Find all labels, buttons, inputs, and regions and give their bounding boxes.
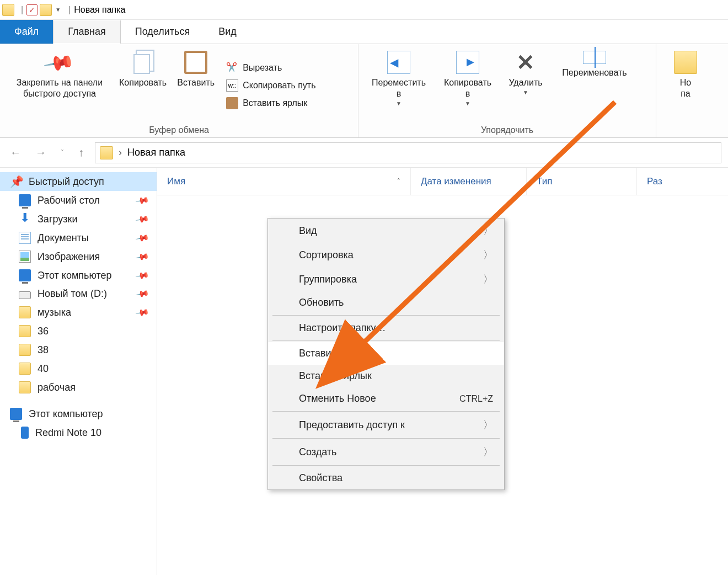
docs-icon	[19, 232, 31, 244]
recent-chevron-icon[interactable]: ˅	[57, 147, 67, 159]
separator: |	[68, 5, 71, 15]
window-title: Новая папка	[74, 5, 125, 15]
ctx-group[interactable]: Группировка〉	[268, 267, 504, 291]
sidebar-item[interactable]: Новый том (D:)📌	[0, 285, 157, 303]
folder-icon	[19, 344, 31, 356]
tab-view[interactable]: Вид	[204, 20, 251, 44]
folder-icon	[19, 325, 31, 337]
ctx-create[interactable]: Создать〉	[268, 440, 504, 464]
paste-icon	[184, 51, 207, 74]
breadcrumb[interactable]: Новая папка	[127, 147, 185, 158]
sidebar-item[interactable]: Изображения📌	[0, 247, 157, 266]
move-to-button[interactable]: Переместить в ▼	[363, 47, 435, 123]
qat-chevron-icon[interactable]: ▼	[55, 7, 61, 13]
copy-icon	[131, 51, 154, 74]
ctx-undo[interactable]: Отменить НовоеCTRL+Z	[268, 387, 504, 410]
pin-icon: 📌	[135, 193, 149, 207]
pin-icon: 📌	[135, 268, 149, 283]
up-button[interactable]: ↑	[75, 144, 87, 161]
copy-to-label: Копировать в	[444, 77, 491, 99]
ribbon-group-new: Но па	[656, 44, 728, 137]
pin-icon: 📌	[135, 211, 149, 226]
clipboard-extras: ✂️ Вырезать w:: Скопировать путь Вставит…	[221, 47, 321, 123]
monitor-icon	[19, 269, 31, 281]
folder-icon	[19, 363, 31, 375]
column-name[interactable]: Имя ˄	[157, 168, 411, 195]
column-size[interactable]: Раз	[637, 168, 728, 195]
delete-button[interactable]: ✕ Удалить ▼	[501, 47, 550, 123]
back-button[interactable]: ←	[7, 144, 24, 161]
chevron-right-icon: 〉	[483, 224, 493, 237]
folder-icon	[674, 51, 697, 74]
sidebar-item[interactable]: рабочая	[0, 378, 157, 397]
sidebar-item-label: Загрузки	[38, 214, 77, 225]
pin-icon: 📌	[44, 46, 76, 78]
sidebar-item-phone[interactable]: Redmi Note 10	[0, 423, 157, 442]
ctx-customize[interactable]: Настроить папку…	[268, 317, 504, 339]
cut-button[interactable]: ✂️ Вырезать	[224, 61, 318, 75]
copy-to-button[interactable]: Копировать в ▼	[435, 47, 501, 123]
sidebar-item-label: 36	[38, 326, 49, 337]
qat-properties-icon[interactable]: ✓	[26, 4, 38, 15]
sidebar-item-label: Рабочий стол	[38, 195, 100, 206]
folder-icon	[2, 4, 14, 16]
new-folder-button[interactable]: Но па	[661, 47, 710, 136]
sidebar: 📌 Быстрый доступ Рабочий стол📌⬇Загрузки📌…	[0, 168, 157, 575]
ctx-share[interactable]: Предоставить доступ к〉	[268, 413, 504, 437]
tab-share[interactable]: Поделиться	[121, 20, 204, 44]
ctx-view[interactable]: Вид〉	[268, 219, 504, 243]
tab-file[interactable]: Файл	[0, 20, 53, 44]
column-headers: Имя ˄ Дата изменения Тип Раз	[157, 168, 728, 195]
context-menu: Вид〉 Сортировка〉 Группировка〉 Обновить Н…	[267, 218, 505, 490]
ctx-paste-shortcut[interactable]: Вставить ярлык	[268, 365, 504, 387]
pin-to-quick-access-button[interactable]: 📌 Закрепить на панели быстрого доступа	[4, 47, 115, 123]
sidebar-item[interactable]: Рабочий стол📌	[0, 191, 157, 210]
sidebar-item[interactable]: 40	[0, 359, 157, 378]
menu-separator	[272, 465, 500, 466]
ribbon: 📌 Закрепить на панели быстрого доступа К…	[0, 44, 728, 138]
sidebar-this-pc[interactable]: Этот компьютер	[0, 404, 157, 423]
sidebar-item[interactable]: 38	[0, 340, 157, 359]
sidebar-item-label: Документы	[38, 232, 89, 244]
copy-button[interactable]: Копировать	[115, 47, 171, 123]
pin-label: Закрепить на панели быстрого доступа	[17, 77, 103, 99]
monitor-icon	[10, 408, 22, 420]
ribbon-tabs: Файл Главная Поделиться Вид	[0, 20, 728, 44]
sidebar-item[interactable]: ⬇Загрузки📌	[0, 210, 157, 228]
ctx-sort[interactable]: Сортировка〉	[268, 243, 504, 267]
folder-icon	[100, 146, 113, 159]
forward-button[interactable]: →	[32, 144, 50, 161]
tab-home[interactable]: Главная	[53, 20, 121, 44]
sidebar-item[interactable]: Этот компьютер📌	[0, 266, 157, 285]
folder-small-icon[interactable]	[40, 4, 52, 16]
paste-shortcut-button[interactable]: Вставить ярлык	[224, 96, 318, 110]
sidebar-item-label: 38	[38, 344, 49, 356]
column-date[interactable]: Дата изменения	[411, 168, 527, 195]
paste-label: Вставить	[177, 77, 215, 88]
column-type[interactable]: Тип	[527, 168, 637, 195]
sidebar-quick-access[interactable]: 📌 Быстрый доступ	[0, 172, 157, 191]
sidebar-item-label: Изображения	[38, 251, 100, 263]
chevron-right-icon: ›	[119, 147, 122, 158]
rename-button[interactable]: Переименовать	[550, 47, 639, 123]
copy-path-button[interactable]: w:: Скопировать путь	[224, 78, 318, 93]
sidebar-item[interactable]: Документы📌	[0, 228, 157, 247]
image-icon	[19, 251, 31, 263]
sidebar-item-label: Этот компьютер	[38, 270, 112, 281]
sidebar-item[interactable]: 36	[0, 322, 157, 340]
ribbon-group-organize: Переместить в ▼ Копировать в ▼ ✕ Удалить…	[358, 44, 656, 137]
move-icon	[387, 51, 410, 74]
ctx-refresh[interactable]: Обновить	[268, 291, 504, 314]
delete-icon: ✕	[514, 51, 537, 74]
pin-icon: 📌	[135, 230, 149, 245]
sidebar-item[interactable]: музыка📌	[0, 303, 157, 322]
sort-indicator-icon: ˄	[397, 178, 400, 185]
star-icon: 📌	[10, 175, 22, 188]
disk-icon	[19, 291, 31, 299]
paste-button[interactable]: Вставить	[171, 47, 221, 123]
ribbon-group-clipboard: 📌 Закрепить на панели быстрого доступа К…	[0, 44, 358, 137]
ctx-paste[interactable]: Вставить	[268, 342, 504, 365]
menu-separator	[272, 438, 500, 439]
ctx-properties[interactable]: Свойства	[268, 467, 504, 489]
address-bar[interactable]: › Новая папка	[95, 142, 721, 163]
